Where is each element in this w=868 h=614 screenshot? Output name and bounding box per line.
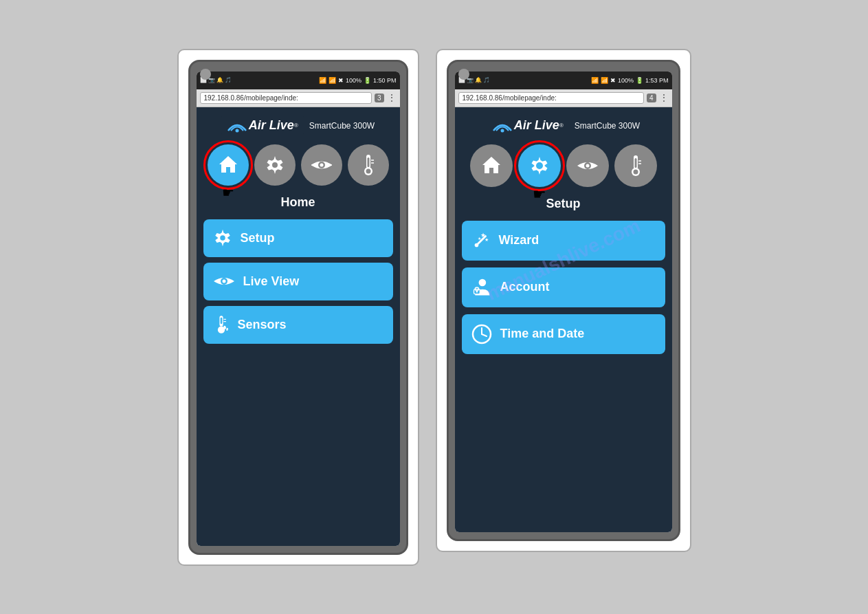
url-field-2[interactable]: 192.168.0.86/mobilepage/inde: bbox=[458, 92, 644, 104]
phone-screen-2: ⬜ 📷 🔔 🎵 📶 📶 ✖ 100% 🔋 1:53 PM bbox=[455, 72, 672, 532]
svg-rect-16 bbox=[220, 318, 222, 324]
nav-circles-2: ☛ bbox=[470, 144, 657, 187]
liveview-label: Live View bbox=[243, 274, 300, 289]
app-content-1: Air Live ® SmartCube 300W ☛ bbox=[197, 107, 400, 546]
trademark-2: ® bbox=[559, 122, 564, 129]
status-bar-1: ⬜ 📷 🔔 🎵 📶 📶 ✖ 100% 🔋 1:50 PM bbox=[197, 72, 400, 89]
left-container: ⬜ 📷 🔔 🎵 📶 📶 ✖ 100% 🔋 1:50 PM bbox=[177, 49, 419, 566]
svg-point-8 bbox=[366, 168, 370, 173]
x-icon: ✖ bbox=[338, 77, 344, 84]
sensors-label: Sensors bbox=[238, 318, 287, 332]
svg-point-33 bbox=[478, 278, 486, 286]
menu-wizard[interactable]: ★ ★ ★ Wizard bbox=[462, 221, 665, 261]
url-field-1[interactable]: 192.168.0.86/mobilepage/inde: bbox=[200, 92, 372, 104]
icon-notification-2: 🔔 bbox=[475, 77, 482, 83]
svg-point-36 bbox=[476, 290, 478, 292]
right-container: manualshlive.com ⬜ 📷 🔔 🎵 📶 bbox=[436, 49, 691, 552]
home-icon-2 bbox=[480, 154, 503, 177]
svg-point-19 bbox=[500, 129, 504, 132]
app-header-1: Air Live ® SmartCube 300W bbox=[221, 116, 375, 136]
nav-eye-1[interactable] bbox=[301, 144, 342, 186]
wifi-icon-2: 📶 bbox=[591, 77, 599, 84]
camera-dot-2 bbox=[458, 69, 469, 80]
status-bar-2: ⬜ 📷 🔔 🎵 📶 📶 ✖ 100% 🔋 1:53 PM bbox=[455, 72, 672, 89]
x-icon-2: ✖ bbox=[610, 77, 616, 84]
app-content-2: Air Live ® SmartCube 300W bbox=[455, 107, 672, 532]
svg-point-18 bbox=[225, 328, 227, 331]
svg-rect-9 bbox=[367, 157, 369, 167]
nav-settings-2[interactable]: ☛ bbox=[518, 144, 561, 187]
browser-bar-1: 192.168.0.86/mobilepage/inde: 3 ⋮ bbox=[197, 89, 400, 107]
active-label-1: Home bbox=[280, 195, 315, 210]
timedate-label: Time and Date bbox=[500, 327, 585, 341]
temp-icon-1 bbox=[359, 153, 378, 177]
svg-line-39 bbox=[482, 334, 487, 336]
time-1: 1:50 PM bbox=[373, 77, 397, 84]
nav-home-2[interactable] bbox=[470, 144, 513, 187]
menu-setup[interactable]: Setup bbox=[203, 219, 393, 257]
sensors-icon bbox=[213, 314, 230, 336]
wizard-icon: ★ ★ ★ bbox=[471, 231, 491, 250]
menu-liveview[interactable]: Live View bbox=[203, 263, 393, 300]
wifi-arc-logo-1 bbox=[227, 118, 247, 133]
wifi-arc-logo-2 bbox=[492, 118, 513, 133]
trademark-1: ® bbox=[294, 122, 298, 129]
settings-icon-1 bbox=[265, 155, 285, 175]
phone-screen-1: ⬜ 📷 🔔 🎵 📶 📶 ✖ 100% 🔋 1:50 PM bbox=[197, 72, 400, 546]
time-2: 1:53 PM bbox=[645, 77, 669, 84]
eye-icon-1 bbox=[311, 157, 333, 173]
battery-icon: 🔋 bbox=[364, 77, 371, 84]
svg-point-23 bbox=[586, 164, 589, 167]
product-name-2: SmartCube 300W bbox=[575, 121, 640, 131]
phone-frame-2: ⬜ 📷 🔔 🎵 📶 📶 ✖ 100% 🔋 1:53 PM bbox=[447, 60, 680, 541]
account-icon bbox=[471, 278, 492, 297]
menu-account[interactable]: Account bbox=[462, 267, 665, 307]
menu-timedate[interactable]: Time and Date bbox=[462, 314, 665, 354]
tab-badge-1[interactable]: 3 bbox=[375, 94, 384, 102]
svg-point-0 bbox=[235, 129, 238, 132]
setup-label: Setup bbox=[241, 231, 275, 245]
svg-rect-27 bbox=[634, 158, 636, 168]
clock-icon bbox=[471, 324, 492, 344]
svg-point-26 bbox=[633, 169, 638, 174]
cursor-hand-2: ☛ bbox=[533, 186, 546, 204]
menu-dots-2[interactable]: ⋮ bbox=[659, 92, 669, 103]
nav-settings-1[interactable] bbox=[254, 144, 296, 186]
nav-home-1[interactable]: ☛ bbox=[208, 144, 249, 186]
wifi-icon: 📶 bbox=[319, 77, 326, 84]
svg-text:★: ★ bbox=[484, 237, 488, 241]
svg-marker-20 bbox=[482, 157, 500, 173]
icon-music: 🎵 bbox=[225, 77, 232, 83]
settings-icon-2 bbox=[529, 155, 550, 176]
nav-temp-1[interactable] bbox=[348, 144, 389, 186]
brand-text-1: Air Live bbox=[249, 118, 294, 133]
svg-point-21 bbox=[536, 162, 543, 169]
status-right-2: 📶 📶 ✖ 100% 🔋 1:53 PM bbox=[591, 77, 669, 84]
svg-point-5 bbox=[320, 163, 323, 166]
svg-point-29 bbox=[474, 243, 478, 247]
nav-eye-2[interactable] bbox=[566, 144, 609, 187]
nav-temp-2[interactable] bbox=[614, 144, 657, 187]
airlive-logo-1: Air Live ® bbox=[221, 116, 304, 136]
setup-icon bbox=[213, 228, 232, 248]
wizard-label: Wizard bbox=[499, 233, 539, 248]
svg-point-13 bbox=[222, 280, 225, 283]
tab-badge-2[interactable]: 4 bbox=[647, 94, 656, 102]
battery-pct-1: 100% bbox=[346, 77, 361, 84]
status-right-1: 📶 📶 ✖ 100% 🔋 1:50 PM bbox=[319, 77, 397, 84]
active-label-2: Setup bbox=[546, 197, 580, 211]
menu-sensors[interactable]: Sensors bbox=[203, 306, 393, 344]
app-header-2: Air Live ® SmartCube 300W bbox=[487, 116, 640, 136]
menu-dots-1[interactable]: ⋮ bbox=[387, 92, 397, 103]
temp-icon-2 bbox=[626, 154, 645, 177]
camera-dot-1 bbox=[200, 69, 211, 80]
phone-frame-1: ⬜ 📷 🔔 🎵 📶 📶 ✖ 100% 🔋 1:50 PM bbox=[188, 60, 408, 555]
signal-icon: 📶 bbox=[329, 77, 336, 84]
signal-icon-2: 📶 bbox=[601, 77, 608, 84]
brand-text-2: Air Live bbox=[514, 118, 559, 133]
airlive-logo-2: Air Live ® bbox=[487, 116, 569, 136]
battery-icon-2: 🔋 bbox=[636, 77, 643, 84]
eye-icon-2 bbox=[577, 158, 599, 173]
svg-point-3 bbox=[272, 162, 278, 168]
liveview-icon bbox=[213, 274, 235, 289]
